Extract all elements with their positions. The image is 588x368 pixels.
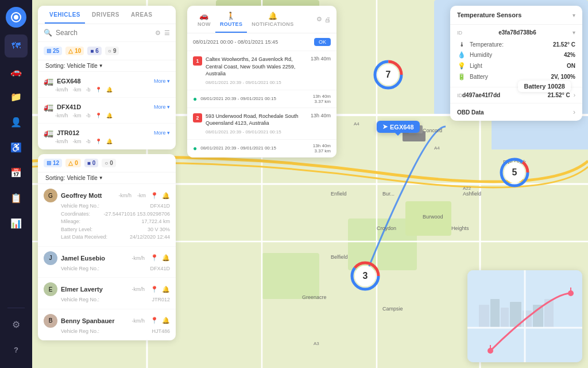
stat-moving[interactable]: △ 10 bbox=[65, 47, 84, 55]
dstat-offline[interactable]: ○ 0 bbox=[102, 159, 116, 167]
reports-icon: 📋 bbox=[10, 193, 22, 204]
route-item-1[interactable]: 1 Caltex Woolworths, 24 Gavenlock Rd, Ce… bbox=[187, 51, 336, 90]
svg-text:A22: A22 bbox=[463, 186, 471, 191]
lastdata-value: 24/12/2020 12:44 bbox=[130, 233, 170, 241]
route-sub-item-2[interactable]: ● 08/01/2021 20:39 - 09/01/2021 00:15 13… bbox=[187, 140, 336, 158]
vehicle-truck-icon-2: 🚛 bbox=[44, 102, 53, 112]
filter-icon[interactable]: ⚙ bbox=[155, 29, 161, 37]
list-icon[interactable]: ☰ bbox=[164, 29, 170, 37]
pin-icon-jtr012[interactable]: 📍 bbox=[95, 139, 102, 144]
analytics-icon: 📊 bbox=[10, 218, 22, 229]
map-3d-thumbnail[interactable] bbox=[467, 270, 582, 362]
sensor-temp-value: 21.52° C bbox=[553, 41, 575, 48]
files-icon: 📁 bbox=[10, 91, 22, 102]
vehicle-item-egx648[interactable]: 🚛 EGX648 More ▾ -km/h -km -b 📍 🔔 bbox=[38, 72, 176, 98]
driver-avatar-benny: B bbox=[44, 314, 57, 328]
moving-icon: △ bbox=[68, 48, 73, 54]
tab-vehicles[interactable]: VEHICLES bbox=[45, 6, 85, 24]
sensor-id-chevron-2[interactable]: › bbox=[574, 92, 575, 98]
routes-icon: 🚶 bbox=[226, 12, 235, 20]
obd-chevron[interactable]: › bbox=[573, 108, 575, 116]
driver-pin-benny[interactable]: 📍 bbox=[150, 317, 158, 324]
search-input[interactable] bbox=[56, 29, 152, 37]
sidebar-item-help[interactable]: ? bbox=[5, 338, 28, 361]
sidebar-item-vehicles[interactable]: 🚗 bbox=[5, 60, 28, 83]
driver-item-benny[interactable]: B Benny Spanbauer -km/h 📍 🔔 Vehicle Reg … bbox=[38, 309, 176, 341]
tab-routes[interactable]: 🚶 ROUTES bbox=[215, 6, 247, 33]
dstat-all[interactable]: ⊞ 12 bbox=[44, 159, 62, 167]
route-sub-item-1[interactable]: ● 08/01/2021 20:39 - 09/01/2021 00:15 13… bbox=[187, 90, 336, 108]
vehicle-item-dfx41d[interactable]: 🚛 DFX41D More ▾ -km/h -km -b 📍 🔔 bbox=[38, 98, 176, 124]
obd-row[interactable]: OBD Data › bbox=[450, 103, 582, 121]
driver-item-elmer[interactable]: E Elmer Laverty -km/h 📍 🔔 Vehicle Reg No… bbox=[38, 278, 176, 309]
sidebar-item-files[interactable]: 📁 bbox=[5, 85, 28, 108]
driver-bell-jamel[interactable]: 🔔 bbox=[162, 254, 170, 262]
sidebar-item-calendar[interactable]: 📅 bbox=[5, 161, 28, 184]
driver-sorting-value[interactable]: Vehicle Title bbox=[67, 175, 97, 181]
coord-value: -27.54471016 153.09298706 bbox=[103, 210, 170, 218]
routes-settings-icon[interactable]: ⚙ bbox=[316, 16, 322, 23]
driver-pin-jamel[interactable]: 📍 bbox=[150, 254, 158, 262]
vehicle-label-egx648[interactable]: ➤ EGX648 bbox=[377, 121, 420, 133]
ok-button[interactable]: OK bbox=[314, 38, 331, 46]
dstat-stopped[interactable]: ■ 0 bbox=[84, 159, 99, 167]
sensor-humidity-value: 42% bbox=[564, 52, 575, 58]
stat-offline[interactable]: ○ 9 bbox=[105, 47, 119, 55]
route-item-2[interactable]: 2 593 Underwood Road, Rochedale South Qu… bbox=[187, 108, 336, 140]
obd-label: OBD Data bbox=[457, 109, 484, 116]
driver-sorting-chevron[interactable]: ▼ bbox=[99, 175, 103, 181]
stopped-icon: ■ bbox=[90, 48, 94, 54]
tab-notifications[interactable]: 🔔 NOTIFICATIONS bbox=[247, 6, 298, 33]
route-num-2: 2 bbox=[193, 113, 202, 122]
speed-jtr012: -km/h bbox=[55, 139, 68, 144]
temp-panel-title: Temperature Sensors bbox=[457, 12, 521, 18]
pin-icon-dfx41d[interactable]: 📍 bbox=[95, 113, 102, 118]
stat-all[interactable]: ⊞ 25 bbox=[44, 47, 62, 55]
temp-panel-chevron[interactable]: ▾ bbox=[572, 12, 575, 18]
driver-bell-benny[interactable]: 🔔 bbox=[162, 317, 170, 324]
dstat-moving[interactable]: △ 0 bbox=[65, 159, 81, 167]
sorting-chevron[interactable]: ▼ bbox=[99, 63, 103, 68]
driver-name-jamel: Jamel Eusebio bbox=[61, 255, 129, 262]
sidebar-item-settings[interactable]: ⚙ bbox=[5, 313, 28, 336]
tab-drivers[interactable]: DRIVERS bbox=[87, 6, 124, 24]
map-marker-5[interactable]: 5 bbox=[500, 158, 529, 187]
driver-pin-elmer[interactable]: 📍 bbox=[150, 286, 158, 293]
sidebar-item-map[interactable]: 🗺 bbox=[5, 34, 28, 57]
tab-areas[interactable]: AREAS bbox=[126, 6, 157, 24]
driver-bell-elmer[interactable]: 🔔 bbox=[162, 286, 170, 293]
bell-icon-dfx41d[interactable]: 🔔 bbox=[106, 113, 113, 118]
sensor-id-chevron-1[interactable]: ▾ bbox=[572, 29, 575, 36]
driver-bell-geoffrey[interactable]: 🔔 bbox=[162, 192, 170, 200]
bell-icon-jtr012[interactable]: 🔔 bbox=[106, 139, 113, 144]
driver-pin-geoffrey[interactable]: 📍 bbox=[150, 192, 158, 200]
sidebar-item-users[interactable]: 👤 bbox=[5, 110, 28, 133]
tab-now[interactable]: 🚗 NOW bbox=[193, 6, 215, 33]
more-link[interactable]: More ▾ bbox=[154, 78, 170, 84]
stat-stopped[interactable]: ■ 6 bbox=[87, 47, 102, 55]
sidebar-item-tracking[interactable]: ♿ bbox=[5, 136, 28, 159]
notif-icon: 🔔 bbox=[268, 12, 277, 20]
driver-speed-jamel: -km/h bbox=[132, 255, 145, 261]
bell-icon-egx648[interactable]: 🔔 bbox=[106, 87, 113, 93]
dall-icon: ⊞ bbox=[47, 160, 51, 166]
sidebar-item-analytics[interactable]: 📊 bbox=[5, 212, 28, 235]
driver-item-jamel[interactable]: J Jamel Eusebio -km/h 📍 🔔 Vehicle Reg No… bbox=[38, 247, 176, 278]
driver-name-benny: Benny Spanbauer bbox=[61, 317, 129, 324]
map-marker-3[interactable]: 3 bbox=[350, 261, 380, 291]
sorting-row: Sorting: Vehicle Title ▼ bbox=[38, 60, 176, 72]
sidebar-item-reports[interactable]: 📋 bbox=[5, 186, 28, 209]
map-marker-7[interactable]: 7 bbox=[373, 60, 403, 90]
more-link-3[interactable]: More ▾ bbox=[154, 130, 170, 136]
sorting-value[interactable]: Vehicle Title bbox=[67, 63, 97, 69]
routes-panel: 🚗 NOW 🚶 ROUTES 🔔 NOTIFICATIONS ⚙ 🖨 08/01… bbox=[187, 6, 336, 158]
vehicle-item-jtr012[interactable]: 🚛 JTR012 More ▾ -km/h -km -b 📍 🔔 bbox=[38, 124, 176, 150]
pin-icon-egx648[interactable]: 📍 bbox=[95, 87, 102, 93]
battery-label: Battery Level: bbox=[61, 226, 92, 234]
app-logo[interactable] bbox=[6, 7, 26, 28]
driver-item-geoffrey[interactable]: G Geoffrey Mott -km/h -km 📍 🔔 Vehicle Re… bbox=[38, 184, 176, 247]
more-link-2[interactable]: More ▾ bbox=[154, 104, 170, 110]
routes-print-icon[interactable]: 🖨 bbox=[324, 16, 331, 23]
route-address-2: 593 Underwood Road, Rochedale South Quee… bbox=[206, 113, 307, 127]
svg-point-1 bbox=[14, 15, 18, 20]
